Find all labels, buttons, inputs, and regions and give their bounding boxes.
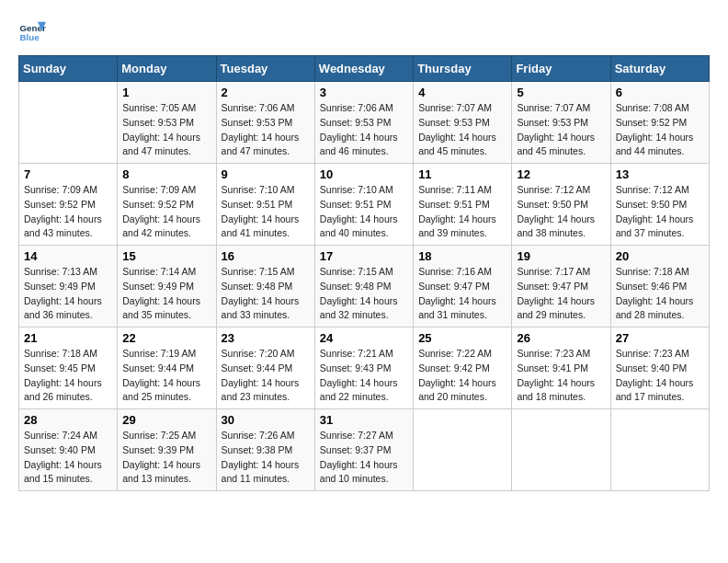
calendar-cell: 21Sunrise: 7:18 AMSunset: 9:45 PMDayligh… <box>19 327 118 409</box>
calendar-week-5: 28Sunrise: 7:24 AMSunset: 9:40 PMDayligh… <box>19 409 710 491</box>
day-number: 26 <box>517 331 605 345</box>
calendar-cell: 24Sunrise: 7:21 AMSunset: 9:43 PMDayligh… <box>314 327 413 409</box>
day-info: Sunrise: 7:12 AMSunset: 9:50 PMDaylight:… <box>616 183 704 241</box>
day-info: Sunrise: 7:18 AMSunset: 9:46 PMDaylight:… <box>616 265 704 323</box>
calendar-table: SundayMondayTuesdayWednesdayThursdayFrid… <box>18 55 710 491</box>
calendar-cell: 20Sunrise: 7:18 AMSunset: 9:46 PMDayligh… <box>610 246 709 327</box>
day-info: Sunrise: 7:06 AMSunset: 9:53 PMDaylight:… <box>320 101 408 159</box>
calendar-cell: 28Sunrise: 7:24 AMSunset: 9:40 PMDayligh… <box>19 409 118 491</box>
day-info: Sunrise: 7:10 AMSunset: 9:51 PMDaylight:… <box>320 183 408 241</box>
day-number: 5 <box>517 86 605 99</box>
calendar-cell: 22Sunrise: 7:19 AMSunset: 9:44 PMDayligh… <box>118 327 216 409</box>
day-info: Sunrise: 7:18 AMSunset: 9:45 PMDaylight:… <box>24 347 112 405</box>
calendar-cell: 1Sunrise: 7:05 AMSunset: 9:53 PMDaylight… <box>118 82 216 164</box>
calendar-cell <box>19 82 118 164</box>
calendar-cell: 11Sunrise: 7:11 AMSunset: 9:51 PMDayligh… <box>414 164 512 246</box>
calendar-cell: 16Sunrise: 7:15 AMSunset: 9:48 PMDayligh… <box>216 246 314 327</box>
calendar-cell: 10Sunrise: 7:10 AMSunset: 9:51 PMDayligh… <box>314 164 413 246</box>
day-number: 1 <box>122 86 210 99</box>
day-info: Sunrise: 7:07 AMSunset: 9:53 PMDaylight:… <box>418 101 506 159</box>
calendar-cell: 27Sunrise: 7:23 AMSunset: 9:40 PMDayligh… <box>610 327 709 409</box>
day-info: Sunrise: 7:16 AMSunset: 9:47 PMDaylight:… <box>418 265 506 323</box>
calendar-cell: 4Sunrise: 7:07 AMSunset: 9:53 PMDaylight… <box>414 82 512 164</box>
day-info: Sunrise: 7:19 AMSunset: 9:44 PMDaylight:… <box>122 347 210 405</box>
header-tuesday: Tuesday <box>216 56 314 82</box>
day-number: 31 <box>320 413 408 427</box>
day-info: Sunrise: 7:24 AMSunset: 9:40 PMDaylight:… <box>24 429 112 487</box>
calendar-cell: 3Sunrise: 7:06 AMSunset: 9:53 PMDaylight… <box>314 82 413 164</box>
day-number: 8 <box>122 167 210 181</box>
calendar-cell: 25Sunrise: 7:22 AMSunset: 9:42 PMDayligh… <box>414 327 512 409</box>
calendar-cell: 15Sunrise: 7:14 AMSunset: 9:49 PMDayligh… <box>118 246 216 327</box>
day-number: 12 <box>517 167 605 181</box>
calendar-cell: 30Sunrise: 7:26 AMSunset: 9:38 PMDayligh… <box>216 409 314 491</box>
calendar-cell: 2Sunrise: 7:06 AMSunset: 9:53 PMDaylight… <box>216 82 314 164</box>
calendar-week-4: 21Sunrise: 7:18 AMSunset: 9:45 PMDayligh… <box>19 327 710 409</box>
day-number: 7 <box>24 167 112 181</box>
day-number: 25 <box>418 331 506 345</box>
day-info: Sunrise: 7:27 AMSunset: 9:37 PMDaylight:… <box>320 429 408 487</box>
day-info: Sunrise: 7:20 AMSunset: 9:44 PMDaylight:… <box>222 347 310 405</box>
day-info: Sunrise: 7:22 AMSunset: 9:42 PMDaylight:… <box>418 347 506 405</box>
day-info: Sunrise: 7:23 AMSunset: 9:40 PMDaylight:… <box>616 347 704 405</box>
calendar-cell: 14Sunrise: 7:13 AMSunset: 9:49 PMDayligh… <box>19 246 118 327</box>
day-number: 14 <box>24 249 112 263</box>
calendar-cell: 29Sunrise: 7:25 AMSunset: 9:39 PMDayligh… <box>118 409 216 491</box>
calendar-cell: 19Sunrise: 7:17 AMSunset: 9:47 PMDayligh… <box>512 246 610 327</box>
page-header: General Blue <box>18 18 710 46</box>
day-info: Sunrise: 7:10 AMSunset: 9:51 PMDaylight:… <box>222 183 310 241</box>
day-info: Sunrise: 7:26 AMSunset: 9:38 PMDaylight:… <box>222 429 310 487</box>
day-info: Sunrise: 7:09 AMSunset: 9:52 PMDaylight:… <box>122 183 210 241</box>
calendar-cell <box>414 409 512 491</box>
logo: General Blue <box>18 18 48 46</box>
day-info: Sunrise: 7:09 AMSunset: 9:52 PMDaylight:… <box>24 183 112 241</box>
day-info: Sunrise: 7:13 AMSunset: 9:49 PMDaylight:… <box>24 265 112 323</box>
day-number: 27 <box>616 331 704 345</box>
calendar-cell: 23Sunrise: 7:20 AMSunset: 9:44 PMDayligh… <box>216 327 314 409</box>
calendar-cell: 31Sunrise: 7:27 AMSunset: 9:37 PMDayligh… <box>314 409 413 491</box>
day-number: 22 <box>122 331 210 345</box>
logo-icon: General Blue <box>18 18 46 46</box>
calendar-week-3: 14Sunrise: 7:13 AMSunset: 9:49 PMDayligh… <box>19 246 710 327</box>
day-info: Sunrise: 7:08 AMSunset: 9:52 PMDaylight:… <box>616 101 704 159</box>
day-number: 18 <box>418 249 506 263</box>
calendar-cell: 12Sunrise: 7:12 AMSunset: 9:50 PMDayligh… <box>512 164 610 246</box>
day-number: 6 <box>616 86 704 99</box>
calendar-cell: 7Sunrise: 7:09 AMSunset: 9:52 PMDaylight… <box>19 164 118 246</box>
day-info: Sunrise: 7:06 AMSunset: 9:53 PMDaylight:… <box>222 101 310 159</box>
calendar-week-2: 7Sunrise: 7:09 AMSunset: 9:52 PMDaylight… <box>19 164 710 246</box>
calendar-cell: 5Sunrise: 7:07 AMSunset: 9:53 PMDaylight… <box>512 82 610 164</box>
day-info: Sunrise: 7:25 AMSunset: 9:39 PMDaylight:… <box>122 429 210 487</box>
day-info: Sunrise: 7:15 AMSunset: 9:48 PMDaylight:… <box>222 265 310 323</box>
day-number: 11 <box>418 167 506 181</box>
day-info: Sunrise: 7:07 AMSunset: 9:53 PMDaylight:… <box>517 101 605 159</box>
day-number: 24 <box>320 331 408 345</box>
day-info: Sunrise: 7:05 AMSunset: 9:53 PMDaylight:… <box>122 101 210 159</box>
day-number: 16 <box>222 249 310 263</box>
day-info: Sunrise: 7:14 AMSunset: 9:49 PMDaylight:… <box>122 265 210 323</box>
calendar-cell: 13Sunrise: 7:12 AMSunset: 9:50 PMDayligh… <box>610 164 709 246</box>
day-number: 29 <box>122 413 210 427</box>
calendar-cell <box>610 409 709 491</box>
day-info: Sunrise: 7:12 AMSunset: 9:50 PMDaylight:… <box>517 183 605 241</box>
day-number: 3 <box>320 86 408 99</box>
day-number: 19 <box>517 249 605 263</box>
day-info: Sunrise: 7:23 AMSunset: 9:41 PMDaylight:… <box>517 347 605 405</box>
day-number: 20 <box>616 249 704 263</box>
day-number: 4 <box>418 86 506 99</box>
day-info: Sunrise: 7:11 AMSunset: 9:51 PMDaylight:… <box>418 183 506 241</box>
header-sunday: Sunday <box>19 56 118 82</box>
day-number: 23 <box>222 331 310 345</box>
header-saturday: Saturday <box>610 56 709 82</box>
day-number: 15 <box>122 249 210 263</box>
calendar-cell: 6Sunrise: 7:08 AMSunset: 9:52 PMDaylight… <box>610 82 709 164</box>
header-friday: Friday <box>512 56 610 82</box>
calendar-cell: 8Sunrise: 7:09 AMSunset: 9:52 PMDaylight… <box>118 164 216 246</box>
day-number: 17 <box>320 249 408 263</box>
svg-text:Blue: Blue <box>20 32 40 42</box>
day-number: 28 <box>24 413 112 427</box>
calendar-header-row: SundayMondayTuesdayWednesdayThursdayFrid… <box>19 56 710 82</box>
day-number: 2 <box>222 86 310 99</box>
day-number: 13 <box>616 167 704 181</box>
calendar-cell: 26Sunrise: 7:23 AMSunset: 9:41 PMDayligh… <box>512 327 610 409</box>
